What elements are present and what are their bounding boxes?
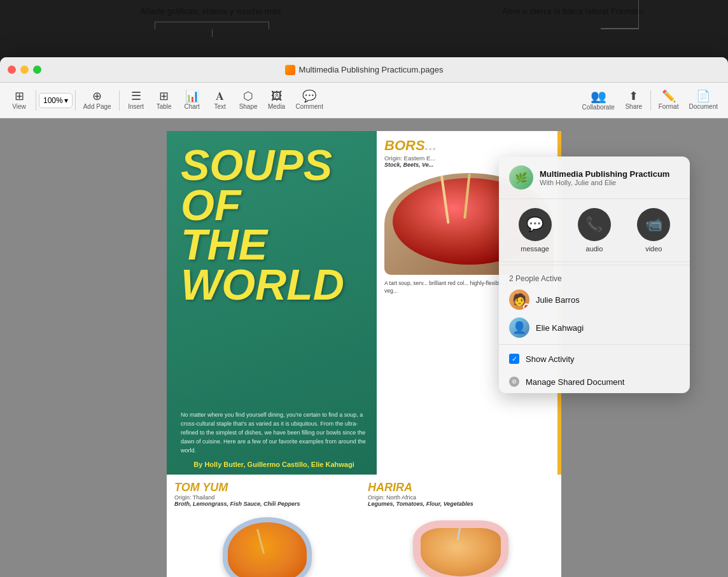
collab-doc-avatar: 🌿 (509, 165, 533, 190)
hero-bottom-text: No matter where you find yourself dining… (181, 411, 367, 468)
content-area: SOUPSOFTHEWORLD (0, 118, 728, 577)
harira-section: HARIRA Origin: North Africa Legumes, Tom… (368, 481, 554, 577)
collab-doc-info: Multimedia Publishing Practicum With Hol… (540, 169, 669, 186)
table-icon: ⊞ (159, 90, 169, 102)
manage-document-option[interactable]: ⚙ Manage Shared Document (499, 370, 690, 393)
table-button[interactable]: ⊞ Table (150, 88, 178, 113)
window-title: Multimedia Publishing Practicum.pages (299, 65, 444, 74)
annotation-right-text: Abre o cierra la barra lateral Formato. (502, 5, 645, 18)
video-button[interactable]: 📹 (637, 208, 670, 241)
insert-icon: ☰ (131, 90, 141, 102)
harira-ingredients: Legumes, Tomatoes, Flour, Vegetables (368, 501, 554, 507)
collaborate-popup: 🌿 Multimedia Publishing Practicum With H… (499, 156, 690, 393)
collab-divider-1 (499, 265, 690, 265)
video-icon: 📹 (645, 216, 662, 233)
person-julie: 🧑 Julie Barros (499, 286, 690, 314)
message-action[interactable]: 💬 message (519, 208, 552, 253)
message-button[interactable]: 💬 (519, 208, 552, 241)
people-active-header: 2 People Active (499, 268, 690, 286)
comment-button[interactable]: 💬 Comment (291, 88, 328, 113)
chart-button[interactable]: 📊 Chart (178, 88, 206, 113)
fullscreen-button[interactable] (33, 66, 41, 74)
add-page-icon: ⊕ (92, 90, 102, 102)
bottom-soups-section: TOM YUM Origin: Thailand Broth, Lemongra… (167, 475, 561, 577)
julie-active-dot (523, 303, 529, 310)
close-button[interactable] (8, 66, 16, 74)
show-activity-option[interactable]: ✓ Show Activity (499, 347, 690, 370)
shape-button[interactable]: ⬡ Shape (234, 88, 263, 113)
minimize-button[interactable] (20, 66, 29, 74)
audio-action[interactable]: 📞 audio (578, 208, 611, 253)
hero-title-text: SOUPSOFTHEWORLD (181, 145, 344, 304)
collab-doc-title: Multimedia Publishing Practicum (540, 169, 669, 179)
shape-icon: ⬡ (243, 90, 253, 102)
harira-origin: Origin: North Africa (368, 494, 554, 501)
share-button[interactable]: ⬆ Share (620, 88, 648, 113)
tomyum-section: TOM YUM Origin: Thailand Broth, Lemongra… (174, 481, 360, 577)
collab-divider-2 (499, 344, 690, 345)
toolbar-divider-2 (75, 90, 76, 111)
video-label: video (645, 245, 662, 253)
add-page-button[interactable]: ⊕ Add Page (78, 88, 116, 113)
toolbar-divider-3 (119, 90, 120, 111)
toolbar-divider-4 (650, 90, 651, 111)
zoom-control[interactable]: 100% ▾ (39, 93, 73, 108)
document-button[interactable]: 📄 Document (683, 88, 723, 113)
toolbar: ⊞ View 100% ▾ ⊕ Add Page ☰ Insert ⊞ Tabl… (0, 83, 728, 118)
audio-icon: 📞 (585, 216, 603, 233)
video-action[interactable]: 📹 video (637, 208, 670, 253)
person-elie: 👤 Elie Kahwagi (499, 314, 690, 342)
annotation-right: Abre o cierra la barra lateral Formato. (502, 5, 645, 18)
chart-icon: 📊 (185, 90, 199, 102)
borscht-title: BORS... (384, 137, 554, 154)
elie-name: Elie Kahwagi (536, 323, 584, 333)
julie-avatar: 🧑 (509, 289, 529, 310)
text-button[interactable]: 𝐀 Text (206, 88, 234, 113)
manage-document-label: Manage Shared Document (526, 377, 624, 387)
format-icon: ✏️ (662, 90, 676, 102)
audio-label: audio (586, 245, 603, 253)
tomyum-origin: Origin: Thailand (174, 494, 360, 501)
collab-popup-header: 🌿 Multimedia Publishing Practicum With H… (499, 156, 690, 199)
toolbar-divider-1 (36, 90, 36, 111)
window-title-area: Multimedia Publishing Practicum.pages (285, 65, 444, 75)
collaborate-button[interactable]: 👥 Collaborate (577, 87, 620, 113)
main-window: Multimedia Publishing Practicum.pages ⊞ … (0, 57, 728, 577)
show-activity-checkmark: ✓ (509, 354, 519, 364)
zoom-chevron-icon: ▾ (64, 96, 68, 105)
insert-button[interactable]: ☰ Insert (122, 88, 150, 113)
pages-app-icon (285, 65, 295, 75)
comment-icon: 💬 (302, 90, 316, 102)
hero-description: No matter where you find yourself dining… (181, 411, 367, 455)
document-icon: 📄 (696, 90, 710, 102)
tomyum-ingredients: Broth, Lemongrass, Fish Sauce, Chili Pep… (174, 501, 360, 507)
hero-title: SOUPSOFTHEWORLD (181, 145, 344, 304)
message-icon: 💬 (526, 216, 543, 233)
annotation-left-text: Añade gráficas, vídeos y mucho más. (140, 5, 283, 18)
audio-button[interactable]: 📞 (578, 208, 611, 241)
zoom-value: 100% (43, 96, 63, 105)
titlebar: Multimedia Publishing Practicum.pages (0, 57, 728, 83)
show-activity-label: Show Activity (526, 354, 575, 364)
tomyum-title: TOM YUM (174, 481, 360, 494)
collaborate-icon: 👥 (591, 90, 606, 102)
media-button[interactable]: 🖼 Media (263, 88, 291, 113)
julie-name: Julie Barros (536, 295, 580, 305)
text-icon: 𝐀 (216, 90, 224, 102)
media-icon: 🖼 (271, 90, 283, 102)
elie-avatar: 👤 (509, 317, 529, 338)
view-button[interactable]: ⊞ View (5, 88, 33, 113)
elie-avatar-image: 👤 (509, 317, 529, 338)
harira-bowl-image (368, 511, 554, 577)
view-icon: ⊞ (15, 90, 24, 102)
hero-author: By Holly Butler, Guillermo Castillo, Eli… (181, 461, 367, 468)
harira-title: HARIRA (368, 481, 554, 494)
format-button[interactable]: ✏️ Format (654, 88, 684, 113)
annotation-left: Añade gráficas, vídeos y mucho más. (140, 5, 283, 18)
message-label: message (521, 245, 549, 253)
manage-document-icon: ⚙ (509, 377, 519, 387)
collab-actions-row: 💬 message 📞 audio 📹 video (499, 199, 690, 262)
share-icon: ⬆ (629, 90, 638, 102)
collab-doc-subtitle: With Holly, Julie and Elie (540, 179, 669, 186)
traffic-lights (8, 66, 41, 74)
